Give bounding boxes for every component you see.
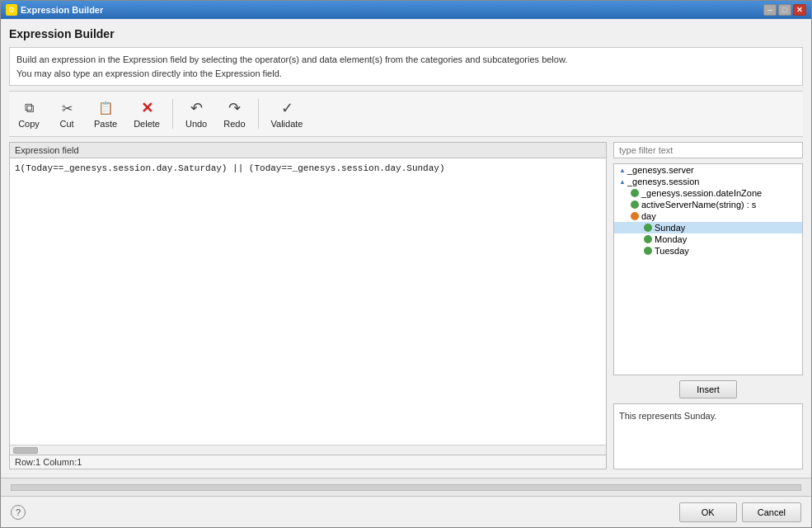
expression-panel: Expression field Row:1 Column:1 xyxy=(9,142,607,469)
tree-label-Tuesday: Tuesday xyxy=(655,246,689,256)
tree-label-Monday: Monday xyxy=(655,234,687,244)
paste-icon xyxy=(96,99,115,117)
toolbar: Copy Cut Paste Delete Undo Redo xyxy=(9,91,803,137)
tree-label-Sunday: Sunday xyxy=(655,223,685,233)
redo-icon xyxy=(225,99,243,117)
tree-label-activeServerName: activeServerName(string) : s xyxy=(641,200,756,210)
toolbar-separator-2 xyxy=(258,99,259,129)
window-icon: ⚙ xyxy=(6,4,17,16)
tree-item-dateInZone[interactable]: _genesys.session.dateInZone xyxy=(614,187,802,199)
paste-label: Paste xyxy=(94,119,117,129)
tree-container[interactable]: ▲_genesys.server▲_genesys.session_genesy… xyxy=(613,163,803,375)
copy-icon xyxy=(20,99,38,117)
help-button[interactable]: ? xyxy=(11,505,26,520)
copy-button[interactable]: Copy xyxy=(11,95,47,133)
maximize-button[interactable]: □ xyxy=(778,4,791,16)
cancel-button[interactable]: Cancel xyxy=(742,502,801,522)
tree-dot-dateInZone xyxy=(631,189,639,197)
tree-item-Monday[interactable]: Monday xyxy=(614,233,802,245)
description-line2: You may also type an expression directly… xyxy=(16,67,796,81)
progress-bar xyxy=(11,484,801,491)
expression-textarea[interactable] xyxy=(10,158,606,445)
delete-button[interactable]: Delete xyxy=(126,95,167,133)
cut-icon xyxy=(58,99,76,117)
minimize-button[interactable]: ─ xyxy=(763,4,777,16)
tree-label-genesys-session: _genesys.session xyxy=(627,177,699,186)
expression-builder-window: ⚙ Expression Builder ─ □ ✕ Expression Bu… xyxy=(0,0,812,528)
horizontal-scrollbar[interactable] xyxy=(10,445,606,455)
tree-dot-Sunday xyxy=(644,224,652,232)
cut-button[interactable]: Cut xyxy=(49,95,85,133)
tree-arrow-genesys-server: ▲ xyxy=(617,165,627,175)
scrollbar-thumb[interactable] xyxy=(13,447,38,454)
close-button[interactable]: ✕ xyxy=(793,4,806,16)
copy-label: Copy xyxy=(18,119,40,129)
title-bar: ⚙ Expression Builder ─ □ ✕ xyxy=(1,1,811,19)
cut-label: Cut xyxy=(59,119,73,129)
undo-icon xyxy=(187,99,205,117)
expression-panel-header: Expression field xyxy=(10,143,606,158)
insert-button[interactable]: Insert xyxy=(679,380,737,398)
tree-label-genesys-server: _genesys.server xyxy=(627,165,694,175)
validate-button[interactable]: Validate xyxy=(264,95,311,133)
description-box: Build an expression in the Expression fi… xyxy=(9,47,803,86)
page-title: Expression Builder xyxy=(9,27,803,40)
redo-label: Redo xyxy=(223,119,245,129)
tree-item-genesys-server[interactable]: ▲_genesys.server xyxy=(614,164,802,176)
expression-status: Row:1 Column:1 xyxy=(10,455,606,469)
tree-dot-Monday xyxy=(644,235,652,243)
filter-input[interactable] xyxy=(613,142,803,158)
tree-item-genesys-session[interactable]: ▲_genesys.session xyxy=(614,176,802,187)
tree-dot-Tuesday xyxy=(644,247,652,255)
window-title: Expression Builder xyxy=(21,5,103,15)
tree-item-activeServerName[interactable]: activeServerName(string) : s xyxy=(614,199,802,210)
ok-button[interactable]: OK xyxy=(679,502,737,522)
delete-icon xyxy=(138,99,156,117)
description-panel: This represents Sunday. xyxy=(613,403,803,469)
main-area: Expression field Row:1 Column:1 ▲_genesy… xyxy=(9,142,803,469)
tree-item-Tuesday[interactable]: Tuesday xyxy=(614,245,802,257)
tree-label-dateInZone: _genesys.session.dateInZone xyxy=(641,188,762,198)
delete-label: Delete xyxy=(134,119,160,129)
validate-label: Validate xyxy=(271,119,303,129)
right-panel: ▲_genesys.server▲_genesys.session_genesy… xyxy=(613,142,803,469)
tree-dot-activeServerName xyxy=(631,200,639,209)
undo-label: Undo xyxy=(185,119,207,129)
undo-button[interactable]: Undo xyxy=(178,95,214,133)
validate-icon xyxy=(278,99,296,117)
toolbar-separator-1 xyxy=(172,99,173,129)
redo-button[interactable]: Redo xyxy=(216,95,252,133)
tree-dot-day xyxy=(631,212,639,220)
tree-arrow-genesys-session: ▲ xyxy=(617,177,627,186)
tree-item-Sunday[interactable]: Sunday xyxy=(614,222,802,233)
footer-buttons: OK Cancel xyxy=(679,502,801,522)
tree-label-day: day xyxy=(641,211,656,221)
tree-item-day[interactable]: day xyxy=(614,210,802,222)
footer-bar: ? OK Cancel xyxy=(1,496,811,527)
window-content: Expression Builder Build an expression i… xyxy=(1,19,811,478)
paste-button[interactable]: Paste xyxy=(87,95,124,133)
description-text: This represents Sunday. xyxy=(619,411,716,421)
description-line1: Build an expression in the Expression fi… xyxy=(16,53,796,67)
bottom-status xyxy=(1,478,811,496)
